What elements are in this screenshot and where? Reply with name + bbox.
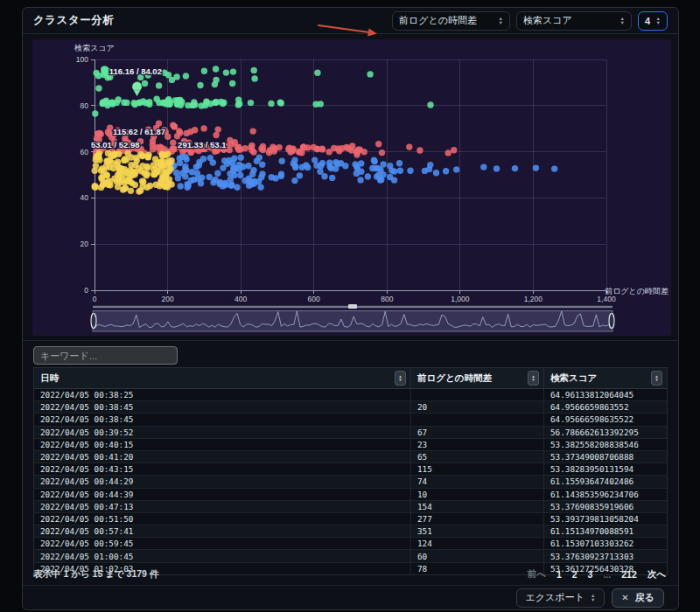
table-cell: 23 bbox=[410, 439, 543, 450]
svg-text:400: 400 bbox=[234, 295, 247, 303]
centroid-pin-icon bbox=[132, 82, 142, 97]
table-cell: 53.37630923713303 bbox=[543, 550, 667, 561]
table-row: 2022/04/05 00:47:1315453.37690835919606 bbox=[34, 500, 667, 512]
table-cell: 53.37690835919606 bbox=[543, 501, 667, 512]
table-cell: 2022/04/05 00:44:29 bbox=[34, 476, 410, 487]
section-divider bbox=[23, 340, 678, 341]
svg-text:800: 800 bbox=[381, 295, 393, 303]
table-cell: 2022/04/05 01:00:45 bbox=[34, 550, 410, 561]
pagination-item[interactable]: 次へ bbox=[648, 568, 666, 581]
select-arrows-icon: ▲▼ bbox=[499, 17, 503, 24]
back-button[interactable]: ✕ 戻る bbox=[612, 588, 664, 608]
table-cell: 124 bbox=[410, 538, 543, 549]
column-header-datetime: 日時 ▲▼ bbox=[34, 368, 410, 388]
table-cell: 2022/04/05 00:43:15 bbox=[34, 463, 410, 475]
table-cell: 64.95666598635522 bbox=[543, 414, 667, 425]
table-row: 2022/04/05 00:38:2564.96133812064045 bbox=[34, 389, 667, 400]
results-summary: 表示中 1 から 15 まで 3179 件 bbox=[33, 568, 158, 581]
table-body: 2022/04/05 00:38:2564.961338120640452022… bbox=[34, 389, 667, 574]
page: { "header": { "title": "クラスター分析", "x_dim… bbox=[0, 0, 700, 612]
table-row: 2022/04/05 00:41:206553.37349008706888 bbox=[34, 450, 667, 462]
table-cell: 61.15593647402486 bbox=[543, 476, 667, 487]
x-dimension-select[interactable]: 前ログとの時間差 ▲▼ bbox=[392, 11, 510, 31]
header-controls: 前ログとの時間差 ▲▼ 検索スコア ▲▼ 4 ▲▼ bbox=[392, 11, 668, 31]
pagination-item[interactable]: 212 bbox=[621, 569, 637, 580]
table-cell: 2022/04/05 00:38:45 bbox=[34, 414, 410, 425]
table-cell: 2022/04/05 00:39:52 bbox=[34, 427, 410, 438]
table-cell: 115 bbox=[410, 463, 543, 475]
svg-text:80: 80 bbox=[80, 101, 89, 110]
svg-text:200: 200 bbox=[161, 295, 173, 303]
brush-track-handle bbox=[348, 304, 357, 309]
cluster-yellow-points bbox=[92, 150, 175, 195]
table-cell: 56.786662613392295 bbox=[543, 427, 667, 438]
close-icon: ✕ bbox=[621, 593, 628, 602]
table-cell: 53.393739813058204 bbox=[543, 513, 667, 525]
brush-handle-right bbox=[609, 314, 614, 329]
cluster-count-value: 4 bbox=[645, 16, 650, 26]
select-arrows-icon: ▲▼ bbox=[620, 17, 625, 24]
svg-text:600: 600 bbox=[308, 295, 320, 303]
column-header-score: 検索スコア ▲▼ bbox=[543, 368, 667, 388]
y-dimension-select[interactable]: 検索スコア ▲▼ bbox=[516, 11, 632, 31]
table-cell: 2022/04/05 00:38:45 bbox=[34, 401, 410, 413]
table-cell: 53.382558208838546 bbox=[543, 439, 667, 450]
svg-text:60: 60 bbox=[80, 148, 89, 156]
keyword-search-input[interactable] bbox=[33, 346, 178, 365]
table-row: 2022/04/05 00:38:4564.95666598635522 bbox=[34, 413, 667, 425]
table-row: 2022/04/05 00:38:452064.9566659863552 bbox=[34, 400, 667, 413]
sort-button-timediff[interactable]: ▲▼ bbox=[528, 371, 539, 386]
sort-button-score[interactable]: ▲▼ bbox=[651, 371, 662, 386]
svg-text:0: 0 bbox=[93, 295, 97, 303]
table-cell: 2022/04/05 00:59:45 bbox=[34, 538, 410, 549]
brush-range-slider bbox=[91, 304, 614, 331]
column-header-timediff: 前ログとの時間差 ▲▼ bbox=[410, 368, 543, 388]
sort-button-datetime[interactable]: ▲▼ bbox=[395, 371, 406, 386]
table-cell bbox=[410, 414, 543, 425]
table-cell: 2022/04/05 00:44:39 bbox=[34, 489, 410, 500]
table-footer: 表示中 1 から 15 まで 3179 件 前へ123...212次へ bbox=[33, 567, 666, 581]
table-header-row: 日時 ▲▼ 前ログとの時間差 ▲▼ 検索スコア ▲▼ bbox=[34, 368, 667, 389]
svg-text:115.62 / 61.87: 115.62 / 61.87 bbox=[113, 127, 165, 136]
table-row: 2022/04/05 00:39:526756.786662613392295 bbox=[34, 426, 667, 438]
table-cell: 10 bbox=[410, 489, 543, 500]
pagination-item[interactable]: 2 bbox=[572, 569, 578, 580]
table-cell: 20 bbox=[410, 401, 543, 413]
table-row: 2022/04/05 00:51:5027753.393739813058204 bbox=[34, 512, 667, 525]
table-cell: 65 bbox=[410, 451, 543, 462]
svg-text:100: 100 bbox=[76, 55, 88, 64]
table-cell: 60 bbox=[410, 550, 543, 561]
export-button[interactable]: エクスポート ▲▼ bbox=[516, 588, 606, 608]
results-table: 日時 ▲▼ 前ログとの時間差 ▲▼ 検索スコア ▲▼ 2022/04/05 00… bbox=[33, 367, 668, 575]
back-label: 戻る bbox=[635, 591, 654, 604]
x-dimension-value: 前ログとの時間差 bbox=[399, 14, 477, 27]
pagination: 前へ123...212次へ bbox=[528, 568, 666, 581]
cluster-blue-points bbox=[170, 154, 558, 191]
table-cell: 74 bbox=[410, 476, 543, 487]
svg-text:20: 20 bbox=[80, 240, 89, 248]
svg-text:291.33 / 53.1: 291.33 / 53.1 bbox=[178, 140, 227, 150]
svg-text:53.01 / 52.98: 53.01 / 52.98 bbox=[91, 140, 139, 150]
svg-text:0: 0 bbox=[84, 286, 88, 295]
select-arrows-icon: ▲▼ bbox=[656, 17, 661, 24]
y-axis-title: 検索スコア bbox=[74, 44, 115, 52]
svg-text:1,200: 1,200 bbox=[524, 295, 543, 303]
pagination-item[interactable]: 1 bbox=[556, 569, 562, 580]
page-title: クラスター分析 bbox=[33, 13, 114, 28]
table-cell: 2022/04/05 00:40:15 bbox=[34, 439, 410, 450]
table-cell: 2022/04/05 00:41:20 bbox=[34, 451, 410, 462]
table-row: 2022/04/05 00:40:152353.382558208838546 bbox=[34, 438, 667, 450]
pagination-item[interactable]: 前へ bbox=[528, 568, 546, 581]
svg-text:1,400: 1,400 bbox=[597, 295, 616, 303]
table-cell: 53.38283950131594 bbox=[543, 463, 667, 475]
table-row: 2022/04/05 00:57:4135161.15134970088591 bbox=[34, 525, 667, 537]
table-cell: 67 bbox=[410, 427, 543, 438]
cluster-analysis-panel: クラスター分析 前ログとの時間差 ▲▼ 検索スコア ▲▼ 4 ▲▼ 020040… bbox=[22, 7, 679, 610]
cluster-count-select[interactable]: 4 ▲▼ bbox=[638, 11, 668, 31]
x-axis-title: 前ログとの時間差 bbox=[605, 287, 668, 296]
pagination-item[interactable]: 3 bbox=[588, 569, 593, 580]
scatter-chart[interactable]: 02004006008001,0001,2001,400020406080100… bbox=[32, 39, 671, 336]
table-cell: 351 bbox=[410, 525, 543, 537]
table-cell bbox=[410, 389, 543, 400]
table-cell: 53.37349008706888 bbox=[543, 451, 667, 462]
